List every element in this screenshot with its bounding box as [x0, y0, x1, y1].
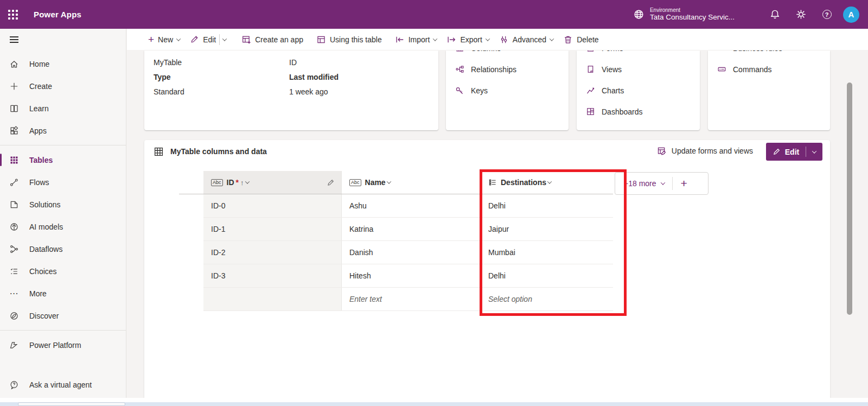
sidebar-item-solutions[interactable]: Solutions [0, 193, 126, 215]
sidebar-item-more[interactable]: ⋯ More [0, 282, 126, 304]
cell-destination[interactable]: Jaipur [481, 218, 613, 240]
schema-link-columns[interactable]: Columns [446, 50, 569, 59]
key-icon [455, 86, 464, 95]
environment-name: Tata Consultancy Servic... [650, 13, 735, 22]
type-label: Type [154, 69, 184, 84]
collapse-nav-button[interactable] [0, 29, 126, 50]
experiences-link-charts[interactable]: Charts [577, 80, 700, 101]
views-icon [586, 65, 595, 74]
table-row: ID-0 Ashu Delhi [203, 194, 613, 218]
cell-name[interactable]: Danish [342, 241, 481, 264]
sidebar-item-choices[interactable]: Choices [0, 260, 126, 282]
new-name-input[interactable]: Enter text [342, 288, 481, 310]
schema-link-keys[interactable]: Keys [446, 80, 569, 101]
create-an-app-button[interactable]: Create an app [237, 31, 308, 48]
sidebar-item-learn[interactable]: Learn [0, 97, 126, 119]
table-row: ID-1 Katrina Jaipur [203, 218, 613, 241]
more-columns-button[interactable]: +18 more [615, 179, 672, 188]
last-modified-value: 1 week ago [289, 84, 339, 99]
schema-link-relationships[interactable]: Relationships [446, 59, 569, 80]
table-row: ID-2 Danish Mumbai [203, 241, 613, 264]
pencil-icon [773, 148, 781, 156]
sidebar-item-dataflows[interactable]: Dataflows [0, 238, 126, 260]
sidebar-item-apps[interactable]: Apps [0, 119, 126, 142]
flows-icon [9, 177, 20, 188]
advanced-button[interactable]: Advanced [494, 31, 558, 48]
edit-column-pencil-icon[interactable] [327, 179, 335, 187]
cell-id-empty[interactable] [203, 288, 342, 310]
vertical-scrollbar-thumb[interactable] [847, 83, 852, 315]
cell-name[interactable]: Katrina [342, 218, 481, 240]
cell-id[interactable]: ID-0 [203, 194, 342, 217]
home-icon [9, 59, 20, 69]
update-forms-views-button[interactable]: Update forms and views [657, 146, 753, 156]
column-header-name[interactable]: Abc Name [342, 171, 481, 194]
edit-dropdown-button[interactable] [221, 31, 231, 48]
customizations-card: Business rules Commands [708, 50, 830, 130]
hamburger-icon [10, 35, 18, 45]
sidebar-item-ask-virtual-agent[interactable]: Ask a virtual agent [0, 372, 126, 398]
tables-icon [9, 155, 20, 166]
customizations-link-commands[interactable]: Commands [708, 59, 830, 80]
table-add-icon [241, 35, 251, 45]
import-button[interactable]: Import [390, 31, 442, 48]
cell-id[interactable]: ID-2 [203, 241, 342, 264]
sidebar-item-home[interactable]: Home [0, 53, 126, 75]
customizations-link-business-rules[interactable]: Business rules [708, 50, 830, 59]
relationships-icon [455, 65, 464, 74]
edit-split-dropdown[interactable] [806, 150, 822, 154]
new-button[interactable]: + New [143, 31, 185, 48]
experiences-link-forms[interactable]: Forms [577, 50, 700, 59]
sidebar-item-flows[interactable]: Flows [0, 171, 126, 193]
column-header-id[interactable]: Abc ID * ↑ [203, 171, 342, 194]
top-bar: Power Apps Environment Tata Consultancy … [0, 0, 868, 29]
horizontal-scrollbar-track[interactable] [0, 402, 868, 406]
text-type-icon: Abc [211, 179, 223, 186]
type-value: Standard [154, 84, 184, 99]
cell-id[interactable]: ID-1 [203, 218, 342, 240]
chevron-down-icon[interactable] [386, 179, 391, 183]
edit-table-button[interactable]: Edit [766, 143, 822, 161]
gear-icon [796, 9, 806, 20]
sidebar-divider [0, 145, 126, 145]
sidebar-item-discover[interactable]: Discover [0, 304, 126, 327]
cell-destination[interactable]: Mumbai [481, 241, 613, 264]
app-launcher-button[interactable] [0, 0, 26, 29]
sidebar-item-ai-models[interactable]: AI models [0, 215, 126, 238]
experiences-link-views[interactable]: Views [577, 59, 700, 80]
experiences-link-dashboards[interactable]: Dashboards [577, 101, 700, 122]
chevron-down-icon[interactable] [547, 179, 552, 183]
schema-card: Columns Relationships Keys [446, 50, 569, 130]
using-this-table-button[interactable]: Using this table [311, 31, 387, 48]
sidebar-item-tables[interactable]: Tables [0, 149, 126, 171]
table-row: ID-3 Hitesh Delhi [203, 264, 613, 288]
export-button[interactable]: Export [442, 31, 494, 48]
sidebar-item-create[interactable]: Create [0, 75, 126, 97]
cell-name[interactable]: Hitesh [342, 264, 481, 287]
cell-destination[interactable]: Delhi [481, 264, 613, 287]
pencil-icon [190, 35, 199, 44]
sidebar-item-power-platform[interactable]: Power Platform [0, 334, 126, 356]
horizontal-scrollbar-thumb[interactable] [18, 402, 125, 406]
chevron-down-icon [433, 36, 437, 41]
experiences-card: Forms Views Charts Dashboards [577, 50, 700, 130]
settings-button[interactable] [788, 0, 814, 29]
cell-name[interactable]: Ashu [342, 194, 481, 217]
help-button[interactable]: ? [814, 0, 840, 29]
new-destination-select[interactable]: Select option [481, 288, 613, 310]
cell-destination[interactable]: Delhi [481, 194, 613, 217]
business-rules-icon [717, 50, 726, 53]
chevron-down-icon [660, 180, 665, 185]
power-apps-window: Power Apps Environment Tata Consultancy … [0, 0, 868, 406]
notifications-button[interactable] [762, 0, 788, 29]
chevron-down-icon[interactable] [245, 179, 250, 183]
cell-id[interactable]: ID-3 [203, 264, 342, 287]
avatar[interactable]: A [843, 7, 859, 23]
delete-button[interactable]: Delete [558, 31, 603, 48]
edit-button[interactable]: Edit [185, 31, 218, 48]
choice-type-icon [488, 178, 497, 187]
command-bar: + New Edit Create an app Using this tabl… [127, 29, 868, 50]
column-header-destinations[interactable]: Destinations [481, 171, 613, 194]
add-column-button[interactable]: + [673, 177, 695, 190]
environment-picker[interactable]: Environment Tata Consultancy Servic... [626, 0, 742, 29]
